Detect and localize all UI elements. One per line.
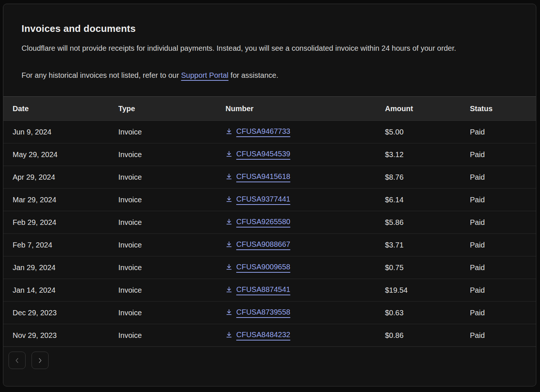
amount-cell: $5.86 <box>385 211 470 234</box>
download-icon <box>225 241 233 248</box>
column-header-type: Type <box>118 97 225 121</box>
status-cell: Paid <box>470 143 536 166</box>
invoice-number-link[interactable]: CFUSA8739558 <box>225 308 290 316</box>
date-cell: Feb 7, 2024 <box>3 234 118 256</box>
description-text: Cloudflare will not provide receipts for… <box>22 42 515 55</box>
invoice-number-text: CFUSA9265580 <box>236 217 290 226</box>
number-cell: CFUSA9265580 <box>225 211 385 234</box>
type-cell: Invoice <box>118 302 225 324</box>
type-cell: Invoice <box>118 166 225 189</box>
invoice-number-text: CFUSA8484232 <box>236 330 290 339</box>
date-cell: Jan 14, 2024 <box>3 279 118 302</box>
invoice-number-link[interactable]: CFUSA9009658 <box>225 263 290 271</box>
date-cell: Jan 29, 2024 <box>3 256 118 279</box>
status-cell: Paid <box>470 256 536 279</box>
invoice-number-text: CFUSA9415618 <box>236 172 290 181</box>
status-cell: Paid <box>470 189 536 211</box>
invoice-number-text: CFUSA9088667 <box>236 240 290 249</box>
download-icon <box>225 263 233 270</box>
invoice-number-text: CFUSA9377441 <box>236 195 290 203</box>
support-text-suffix: for assistance. <box>228 71 279 79</box>
invoices-card: Invoices and documents Cloudflare will n… <box>3 4 536 386</box>
number-cell: CFUSA8484232 <box>225 324 385 347</box>
amount-cell: $5.00 <box>385 121 470 143</box>
date-cell: Dec 29, 2023 <box>3 302 118 324</box>
date-cell: Jun 9, 2024 <box>3 121 118 143</box>
status-cell: Paid <box>470 234 536 256</box>
type-cell: Invoice <box>118 211 225 234</box>
table-row: Jan 14, 2024 Invoice CFUSA8874541 $19.54… <box>3 279 536 302</box>
number-cell: CFUSA9454539 <box>225 143 385 166</box>
date-cell: Nov 29, 2023 <box>3 324 118 347</box>
column-header-number: Number <box>225 97 385 121</box>
status-cell: Paid <box>470 279 536 302</box>
invoice-number-text: CFUSA8874541 <box>236 285 290 294</box>
column-header-status: Status <box>470 97 536 121</box>
status-cell: Paid <box>470 211 536 234</box>
page-title: Invoices and documents <box>22 23 518 34</box>
table-row: Dec 29, 2023 Invoice CFUSA8739558 $0.63 … <box>3 302 536 324</box>
invoice-number-text: CFUSA9009658 <box>236 263 290 271</box>
invoice-number-link[interactable]: CFUSA9467733 <box>225 127 290 136</box>
amount-cell: $0.75 <box>385 256 470 279</box>
chevron-right-icon <box>37 357 43 364</box>
next-page-button[interactable] <box>32 352 49 369</box>
chevron-left-icon <box>14 357 20 364</box>
support-text: For any historical invoices not listed, … <box>22 69 518 82</box>
amount-cell: $0.63 <box>385 302 470 324</box>
support-portal-link[interactable]: Support Portal <box>181 71 228 79</box>
invoice-number-text: CFUSA9454539 <box>236 150 290 158</box>
download-icon <box>225 286 233 293</box>
invoice-table-body: Jun 9, 2024 Invoice CFUSA9467733 $5.00 P… <box>3 121 536 347</box>
prev-page-button[interactable] <box>9 352 26 369</box>
date-cell: May 29, 2024 <box>3 143 118 166</box>
invoice-number-text: CFUSA9467733 <box>236 127 290 136</box>
table-row: Jan 29, 2024 Invoice CFUSA9009658 $0.75 … <box>3 256 536 279</box>
number-cell: CFUSA9467733 <box>225 121 385 143</box>
date-cell: Apr 29, 2024 <box>3 166 118 189</box>
card-header: Invoices and documents Cloudflare will n… <box>3 4 536 82</box>
table-row: Apr 29, 2024 Invoice CFUSA9415618 $8.76 … <box>3 166 536 189</box>
table-row: May 29, 2024 Invoice CFUSA9454539 $3.12 … <box>3 143 536 166</box>
amount-cell: $6.14 <box>385 189 470 211</box>
type-cell: Invoice <box>118 279 225 302</box>
type-cell: Invoice <box>118 234 225 256</box>
invoice-number-link[interactable]: CFUSA9088667 <box>225 240 290 249</box>
invoice-number-link[interactable]: CFUSA9415618 <box>225 172 290 181</box>
type-cell: Invoice <box>118 324 225 347</box>
status-cell: Paid <box>470 166 536 189</box>
table-row: Nov 29, 2023 Invoice CFUSA8484232 $0.86 … <box>3 324 536 347</box>
invoice-number-link[interactable]: CFUSA8874541 <box>225 285 290 294</box>
number-cell: CFUSA8739558 <box>225 302 385 324</box>
table-row: Jun 9, 2024 Invoice CFUSA9467733 $5.00 P… <box>3 121 536 143</box>
invoice-number-link[interactable]: CFUSA9377441 <box>225 195 290 203</box>
download-icon <box>225 128 233 135</box>
column-header-date: Date <box>3 97 118 121</box>
amount-cell: $19.54 <box>385 279 470 302</box>
status-cell: Paid <box>470 302 536 324</box>
invoice-number-link[interactable]: CFUSA8484232 <box>225 330 290 339</box>
table-row: Feb 7, 2024 Invoice CFUSA9088667 $3.71 P… <box>3 234 536 256</box>
date-cell: Feb 29, 2024 <box>3 211 118 234</box>
download-icon <box>225 331 233 338</box>
invoice-number-link[interactable]: CFUSA9265580 <box>225 217 290 226</box>
amount-cell: $3.12 <box>385 143 470 166</box>
amount-cell: $8.76 <box>385 166 470 189</box>
download-icon <box>225 173 233 180</box>
column-header-amount: Amount <box>385 97 470 121</box>
download-icon <box>225 309 233 316</box>
number-cell: CFUSA9009658 <box>225 256 385 279</box>
download-icon <box>225 150 233 157</box>
invoice-number-text: CFUSA8739558 <box>236 308 290 316</box>
number-cell: CFUSA8874541 <box>225 279 385 302</box>
download-icon <box>225 218 233 225</box>
type-cell: Invoice <box>118 143 225 166</box>
number-cell: CFUSA9088667 <box>225 234 385 256</box>
amount-cell: $0.86 <box>385 324 470 347</box>
invoice-number-link[interactable]: CFUSA9454539 <box>225 150 290 158</box>
invoice-table-header: Date Type Number Amount Status <box>3 97 536 121</box>
date-cell: Mar 29, 2024 <box>3 189 118 211</box>
table-row: Feb 29, 2024 Invoice CFUSA9265580 $5.86 … <box>3 211 536 234</box>
status-cell: Paid <box>470 121 536 143</box>
amount-cell: $3.71 <box>385 234 470 256</box>
